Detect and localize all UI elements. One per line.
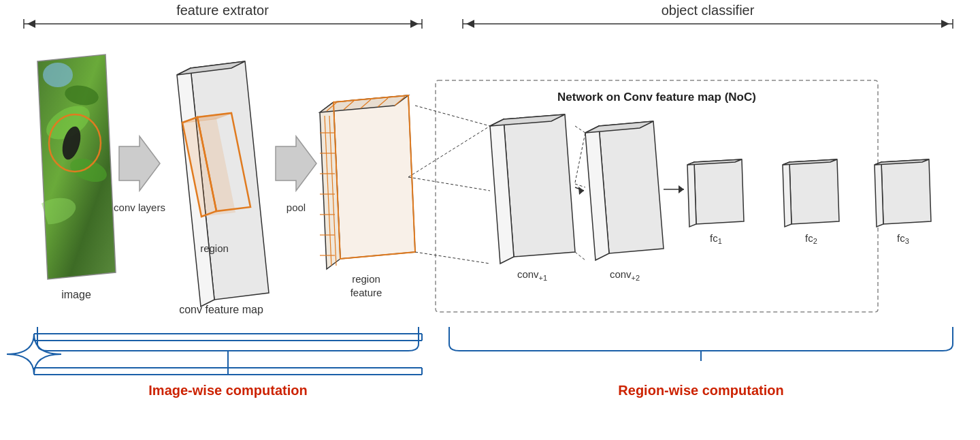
conv-feature-map-label: conv feature map xyxy=(179,304,263,315)
image-label: image xyxy=(61,289,91,300)
fc3-label: fc3 xyxy=(897,232,909,245)
object-classifier-label: object classifier xyxy=(662,3,755,18)
svg-marker-69 xyxy=(783,162,791,227)
region-feature-label: region xyxy=(352,273,380,285)
svg-marker-50 xyxy=(599,121,664,253)
svg-marker-4 xyxy=(410,20,419,28)
pool-label: pool xyxy=(287,202,306,213)
svg-marker-66 xyxy=(687,162,696,227)
svg-marker-72 xyxy=(875,162,883,227)
svg-marker-29 xyxy=(333,95,415,259)
conv-plus2-label: conv+2 xyxy=(610,268,640,282)
svg-marker-64 xyxy=(679,185,684,193)
svg-marker-20 xyxy=(119,136,160,191)
svg-line-60 xyxy=(575,252,585,260)
svg-marker-8 xyxy=(466,20,474,28)
svg-marker-3 xyxy=(27,20,35,28)
svg-marker-68 xyxy=(789,159,839,224)
svg-point-16 xyxy=(43,63,73,87)
svg-marker-9 xyxy=(941,20,949,28)
svg-marker-65 xyxy=(694,159,744,224)
conv-layers-label: conv layers xyxy=(114,202,165,213)
diagram-container: feature extrator object classifier xyxy=(0,0,980,440)
image-wise-label: Image-wise computation xyxy=(148,383,307,398)
feature-extractor-label: feature extrator xyxy=(176,3,269,18)
fc2-label: fc2 xyxy=(805,232,817,245)
region-label: region xyxy=(200,242,229,254)
svg-marker-47 xyxy=(504,114,575,257)
fc1-label: fc1 xyxy=(710,232,722,245)
main-svg: feature extrator object classifier xyxy=(0,0,980,440)
region-feature-label2: feature xyxy=(350,287,382,298)
svg-line-59 xyxy=(575,126,585,133)
conv-plus1-label: conv+1 xyxy=(517,268,547,282)
svg-line-56 xyxy=(408,126,490,177)
svg-line-62 xyxy=(575,133,585,183)
svg-marker-71 xyxy=(881,159,931,224)
svg-line-53 xyxy=(415,106,490,126)
region-wise-label: Region-wise computation xyxy=(618,383,783,398)
svg-line-61 xyxy=(575,184,585,187)
svg-marker-58 xyxy=(578,187,584,195)
svg-marker-28 xyxy=(276,136,316,191)
svg-line-55 xyxy=(408,177,490,191)
noc-title: Network on Conv feature map (NoC) xyxy=(557,91,756,104)
svg-line-54 xyxy=(415,252,490,264)
